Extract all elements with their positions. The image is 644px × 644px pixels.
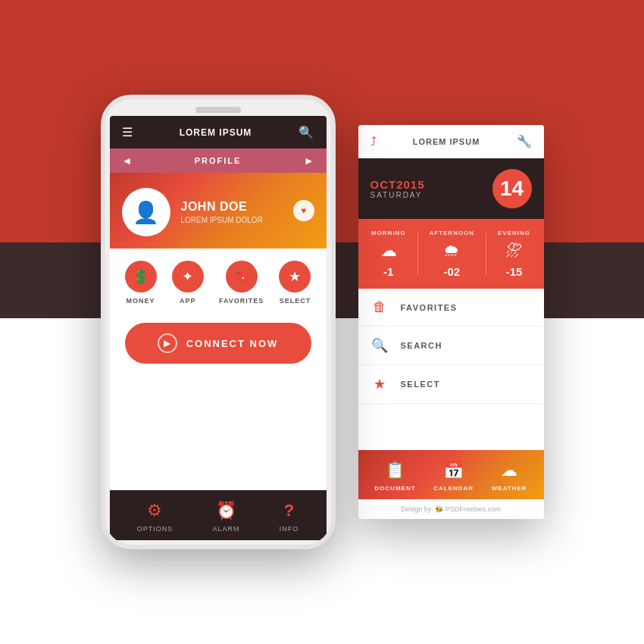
bottom-bar-alarm[interactable]: ⏰ ALARM xyxy=(212,501,239,533)
weather-divider-1 xyxy=(417,233,418,275)
wrench-icon[interactable]: 🔧 xyxy=(517,134,532,148)
avatar-icon: 👤 xyxy=(133,200,159,225)
select-label: SELECT xyxy=(280,297,311,305)
panel-footer: Design by: 🐝 PSDFreebies.com xyxy=(358,499,544,519)
alarm-label: ALARM xyxy=(212,525,239,533)
morning-label: MORNING xyxy=(371,230,406,236)
profile-nav: ◄ PROFILE ► xyxy=(110,148,327,173)
money-label: MONEY xyxy=(127,297,155,305)
weather-evening: EVENING ⛈ -15 xyxy=(498,230,530,278)
alarm-icon: ⏰ xyxy=(216,501,236,521)
menu-item-favorites[interactable]: 🔖 FAVORITES xyxy=(219,261,264,305)
phone-screen: ☰ LOREM IPSUM 🔍 ◄ PROFILE ► 👤 JOHN DOE L… xyxy=(110,116,327,540)
phone-topbar: ☰ LOREM IPSUM 🔍 xyxy=(110,116,327,148)
weather-tab-label: WEATHER xyxy=(492,485,527,492)
profile-nav-left-arrow[interactable]: ◄ xyxy=(122,155,133,167)
menu-item-select[interactable]: ★ SELECT xyxy=(279,261,311,305)
weather-day-name: SATURDAY xyxy=(370,191,425,199)
info-panel: ⤴ LOREM IPSUM 🔧 OCT2015 SATURDAY 14 MORN… xyxy=(358,125,544,519)
select-icon: ★ xyxy=(279,261,311,292)
panel-topbar: ⤴ LOREM IPSUM 🔧 xyxy=(358,125,544,158)
search-list-label: SEARCH xyxy=(401,341,442,350)
bottom-bar-info[interactable]: ? INFO xyxy=(280,501,299,533)
weather-tab-icon: ☁ xyxy=(501,461,517,480)
tab-document[interactable]: 📋 DOCUMENT xyxy=(374,461,415,492)
search-icon[interactable]: 🔍 xyxy=(299,125,314,139)
profile-nav-label: PROFILE xyxy=(195,156,242,165)
options-icon: ⚙ xyxy=(147,501,162,521)
list-item-favorites[interactable]: 🗑 FAVORITES xyxy=(358,289,544,327)
weather-date: OCT2015 SATURDAY xyxy=(370,178,425,199)
options-label: OPTIONS xyxy=(137,525,174,533)
afternoon-label: AFTERNOON xyxy=(429,230,474,236)
connect-section: ▶ CONNECT NOW xyxy=(110,312,327,374)
phone-bottom-bar: ⚙ OPTIONS ⏰ ALARM ? INFO xyxy=(110,490,327,540)
evening-temp: -15 xyxy=(506,265,523,278)
panel-bottom-tabs: 📋 DOCUMENT 📅 CALENDAR ☁ WEATHER xyxy=(358,450,544,499)
info-label: INFO xyxy=(280,525,299,533)
document-tab-label: DOCUMENT xyxy=(374,485,415,492)
weather-morning: MORNING ☁ -1 xyxy=(371,230,406,278)
share-icon[interactable]: ⤴ xyxy=(370,135,377,148)
phone-mockup: ☰ LOREM IPSUM 🔍 ◄ PROFILE ► 👤 JOHN DOE L… xyxy=(101,95,336,549)
avatar: 👤 xyxy=(122,188,170,236)
app-label: APP xyxy=(180,297,196,305)
panel-topbar-title: LOREM IPSUM xyxy=(413,137,480,146)
info-icon: ? xyxy=(284,501,294,521)
phone-speaker xyxy=(195,107,241,113)
phone-topbar-title: LOREM IPSUM xyxy=(180,127,252,138)
connect-play-icon: ▶ xyxy=(158,333,177,353)
list-item-search[interactable]: 🔍 SEARCH xyxy=(358,327,544,365)
tab-weather[interactable]: ☁ WEATHER xyxy=(492,461,527,492)
favorites-icon: 🔖 xyxy=(226,261,258,292)
calendar-tab-label: CALENDAR xyxy=(433,485,474,492)
connect-now-button[interactable]: ▶ CONNECT NOW xyxy=(125,323,311,364)
menu-icon[interactable]: ☰ xyxy=(122,125,133,139)
money-icon: 💲 xyxy=(125,261,157,292)
menu-item-money[interactable]: 💲 MONEY xyxy=(125,261,157,305)
morning-temp: -1 xyxy=(383,265,393,278)
profile-subtitle: LOREM IPSUM DOLOR xyxy=(181,216,314,224)
morning-icon: ☁ xyxy=(380,241,397,261)
afternoon-icon: 🌧 xyxy=(443,241,460,261)
weather-month-year: OCT2015 xyxy=(370,178,425,191)
select-list-label: SELECT xyxy=(401,380,440,389)
select-list-icon: ★ xyxy=(370,376,389,392)
weather-divider-2 xyxy=(486,233,486,275)
phone-menu-icons: 💲 MONEY ✦ APP 🔖 FAVORITES ★ SELECT xyxy=(110,249,327,312)
evening-label: EVENING xyxy=(498,230,530,236)
evening-icon: ⛈ xyxy=(505,241,522,261)
calendar-tab-icon: 📅 xyxy=(443,461,464,480)
favorites-list-icon: 🗑 xyxy=(370,299,389,315)
connect-now-label: CONNECT NOW xyxy=(186,338,279,349)
search-list-icon: 🔍 xyxy=(370,337,389,354)
favorites-list-label: FAVORITES xyxy=(401,303,458,312)
favorites-label: FAVORITES xyxy=(219,297,264,305)
afternoon-temp: -02 xyxy=(443,265,460,278)
weather-conditions: MORNING ☁ -1 AFTERNOON 🌧 -02 EVENING ⛈ -… xyxy=(358,219,544,289)
list-item-select[interactable]: ★ SELECT xyxy=(358,365,544,404)
profile-heart-button[interactable]: ♥ xyxy=(293,200,314,221)
document-tab-icon: 📋 xyxy=(385,461,405,480)
menu-item-app[interactable]: ✦ APP xyxy=(172,261,204,305)
app-icon: ✦ xyxy=(172,261,204,292)
weather-day-number: 14 xyxy=(492,169,532,208)
profile-nav-right-arrow[interactable]: ► xyxy=(304,155,314,167)
weather-afternoon: AFTERNOON 🌧 -02 xyxy=(429,230,474,278)
profile-area: 👤 JOHN DOE LOREM IPSUM DOLOR ♥ xyxy=(110,173,327,249)
tab-calendar[interactable]: 📅 CALENDAR xyxy=(433,461,474,492)
weather-header: OCT2015 SATURDAY 14 xyxy=(358,158,544,219)
bottom-bar-options[interactable]: ⚙ OPTIONS xyxy=(137,501,174,533)
